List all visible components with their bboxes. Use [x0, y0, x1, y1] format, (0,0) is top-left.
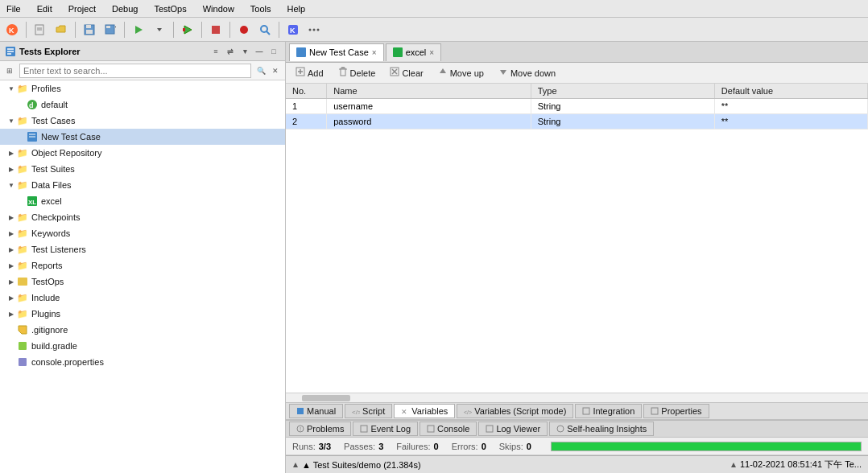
tree-item-consoleprops[interactable]: console.properties — [0, 354, 285, 370]
tab-console[interactable]: Console — [420, 422, 477, 436]
toggle-testops[interactable]: ▶ — [6, 278, 16, 286]
tree-item-plugins[interactable]: ▶ 📁 Plugins — [0, 306, 285, 322]
moveup-btn[interactable]: Move up — [433, 65, 489, 80]
horizontal-scrollbar[interactable] — [286, 393, 868, 402]
tree-item-objectrepo[interactable]: ▶ 📁 Object Repository — [0, 145, 285, 161]
clear-btn[interactable]: Clear — [385, 65, 428, 80]
tab-eventlog[interactable]: Event Log — [353, 422, 418, 436]
tree-item-include[interactable]: ▶ 📁 Include — [0, 290, 285, 306]
logviewer-icon — [486, 425, 494, 433]
tab-excel-close[interactable]: × — [429, 48, 434, 57]
tree-item-excel[interactable]: XL excel — [0, 193, 285, 209]
movedown-btn[interactable]: Move down — [494, 65, 560, 80]
gitignore-icon — [16, 323, 29, 336]
katalon-logo-btn[interactable]: K — [3, 21, 21, 39]
spy-btn[interactable] — [256, 21, 274, 39]
stop-btn[interactable] — [207, 21, 225, 39]
tab-newtestcase[interactable]: New Test Case × — [289, 43, 384, 61]
debug-btn[interactable] — [179, 21, 196, 39]
tab-script[interactable]: </> Script — [345, 404, 392, 418]
hscroll-thumb[interactable] — [302, 395, 350, 401]
table-row[interactable]: 1 username String ** — [286, 99, 868, 114]
tree-item-testcases[interactable]: ▼ 📁 Test Cases — [0, 113, 285, 129]
tree-item-buildgradle[interactable]: build.gradle — [0, 338, 285, 354]
tree-item-reports[interactable]: ▶ 📁 Reports — [0, 257, 285, 274]
svg-marker-65 — [731, 463, 736, 467]
tab-excel[interactable]: excel × — [386, 43, 442, 61]
toolbar-sep-2 — [75, 22, 76, 38]
tree-item-testlisteners[interactable]: ▶ 📁 Test Listeners — [0, 241, 285, 257]
toggle-include[interactable]: ▶ — [6, 294, 16, 302]
tree-item-default[interactable]: d default — [0, 97, 285, 113]
filter-btn[interactable]: ⊞ — [3, 64, 16, 77]
tree-item-newtestcase[interactable]: New Test Case — [0, 129, 285, 145]
passes-value: 3 — [378, 442, 383, 451]
menu-help[interactable]: Help — [284, 2, 309, 15]
tab-variables-script[interactable]: </> Variables (Script mode) — [457, 404, 573, 418]
open-btn[interactable] — [52, 21, 70, 39]
tab-script-label: Script — [362, 406, 385, 416]
tab-newtestcase-close[interactable]: × — [372, 48, 377, 57]
toggle-keywords[interactable]: ▶ — [6, 230, 16, 237]
new-btn[interactable] — [31, 21, 49, 39]
menu-window[interactable]: Window — [200, 2, 238, 15]
tree-item-testops[interactable]: ▶ TestOps — [0, 274, 285, 290]
tab-properties[interactable]: Properties — [643, 404, 709, 418]
search-btn[interactable]: 🔍 — [254, 64, 267, 77]
clear-search-btn[interactable]: ✕ — [269, 64, 282, 77]
toggle-testcases[interactable]: ▼ — [6, 117, 16, 125]
tree-label-include: Include — [31, 293, 60, 302]
maximize-panel-btn[interactable]: □ — [267, 45, 280, 58]
panel-menu-btn[interactable]: ▾ — [238, 45, 251, 58]
toggle-plugins[interactable]: ▶ — [6, 311, 16, 318]
tab-problems[interactable]: ! Problems — [289, 422, 351, 436]
toolbar-sep-6 — [229, 22, 230, 38]
toggle-testsuites[interactable]: ▶ — [6, 166, 16, 173]
minimize-panel-btn[interactable]: — — [253, 45, 266, 58]
more-toolbar-btn[interactable] — [305, 21, 323, 39]
menu-testops[interactable]: TestOps — [151, 2, 189, 15]
search-input[interactable] — [19, 64, 251, 78]
menu-file[interactable]: File — [3, 2, 24, 15]
tab-newtestcase-label: New Test Case — [309, 47, 369, 57]
toggle-datafiles[interactable]: ▼ — [6, 182, 16, 189]
toggle-testlisteners[interactable]: ▶ — [6, 246, 16, 253]
add-btn[interactable]: Add — [291, 65, 329, 80]
tab-selfhealing[interactable]: Self-healing Insights — [549, 422, 654, 436]
tab-integration[interactable]: Integration — [575, 404, 642, 418]
toggle-reports[interactable]: ▶ — [6, 262, 16, 269]
tree-item-checkpoints[interactable]: ▶ 📁 Checkpoints — [0, 209, 285, 225]
save-btn[interactable] — [81, 21, 98, 39]
collapse-all-btn[interactable]: ≡ — [209, 45, 222, 58]
tab-logviewer[interactable]: Log Viewer — [478, 422, 548, 436]
tree-item-gitignore[interactable]: .gitignore — [0, 322, 285, 338]
run-btn[interactable] — [130, 21, 147, 39]
tree-item-datafiles[interactable]: ▼ 📁 Data Files — [0, 177, 285, 193]
svg-text:</>: </> — [352, 409, 360, 415]
delete-btn[interactable]: Delete — [333, 65, 381, 80]
main-toolbar: K — [0, 18, 868, 42]
tree-label-testsuites: Test Suites — [31, 164, 75, 174]
toggle-objectrepo[interactable]: ▶ — [6, 150, 16, 157]
save-all-btn[interactable] — [101, 21, 119, 39]
tab-manual[interactable]: Manual — [289, 404, 343, 418]
menu-tools[interactable]: Tools — [247, 2, 275, 15]
table-container: No. Name Type Default value 1 username S… — [286, 84, 868, 393]
menu-debug[interactable]: Debug — [109, 2, 141, 15]
tree-item-testsuites[interactable]: ▶ 📁 Test Suites — [0, 161, 285, 177]
toggle-profiles[interactable]: ▼ — [6, 85, 16, 93]
status-bar-text: ▲ Test Suites/demo (21.384s) — [302, 460, 421, 470]
toggle-checkpoints[interactable]: ▶ — [6, 214, 16, 221]
run-dropdown-btn[interactable] — [151, 21, 168, 39]
tab-variables[interactable]: ✕ Variables — [394, 404, 455, 418]
record-btn[interactable] — [235, 21, 253, 39]
katalon-icon-btn[interactable]: K — [284, 21, 302, 39]
props-icon — [16, 356, 29, 368]
menu-edit[interactable]: Edit — [34, 2, 56, 15]
table-row[interactable]: 2 password String ** — [286, 114, 868, 130]
tree-item-keywords[interactable]: ▶ 📁 Keywords — [0, 225, 285, 241]
svg-rect-6 — [86, 25, 91, 28]
menu-project[interactable]: Project — [65, 2, 99, 15]
link-editor-btn[interactable]: ⇌ — [224, 45, 237, 58]
tree-item-profiles[interactable]: ▼ 📁 Profiles — [0, 80, 285, 97]
